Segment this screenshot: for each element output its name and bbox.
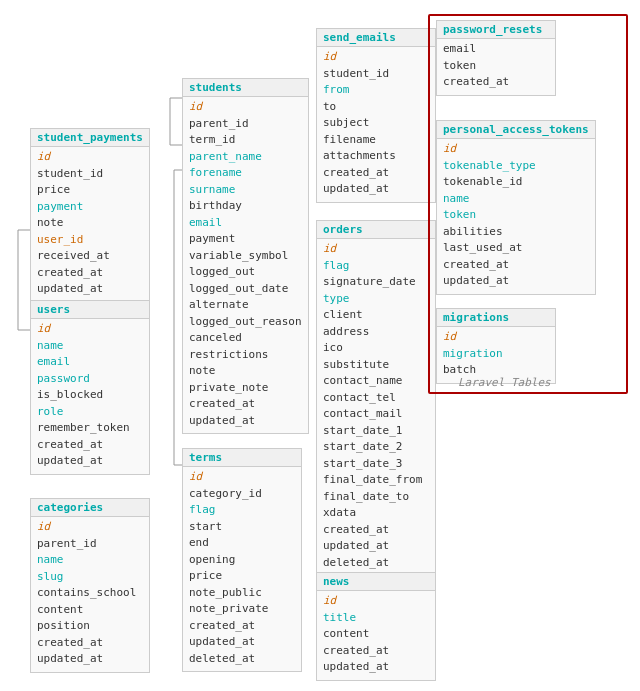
field-updated_at: updated_at — [323, 659, 429, 676]
field-created_at: created_at — [189, 618, 295, 635]
field-created_at: created_at — [323, 522, 429, 539]
field-id: id — [323, 241, 429, 258]
field-updated_at: updated_at — [323, 181, 429, 198]
field-content: content — [37, 602, 143, 619]
field-attachments: attachments — [323, 148, 429, 165]
table-students: studentsidparent_idterm_idparent_namefor… — [182, 78, 309, 434]
laravel-label: Laravel Tables — [458, 376, 551, 389]
field-slug: slug — [37, 569, 143, 586]
field-id: id — [189, 99, 302, 116]
field-parent_id: parent_id — [189, 116, 302, 133]
field-surname: surname — [189, 182, 302, 199]
field-private_note: private_note — [189, 380, 302, 397]
field-updated_at: updated_at — [37, 453, 143, 470]
field-signature_date: signature_date — [323, 274, 429, 291]
highlight-region — [428, 14, 628, 394]
field-contact_mail: contact_mail — [323, 406, 429, 423]
field-updated_at: updated_at — [323, 538, 429, 555]
table-name-users: users — [31, 301, 149, 319]
field-restrictions: restrictions — [189, 347, 302, 364]
field-user_id: user_id — [37, 232, 143, 249]
field-deleted_at: deleted_at — [189, 651, 295, 668]
field-address: address — [323, 324, 429, 341]
field-id: id — [37, 519, 143, 536]
field-logged_out_date: logged_out_date — [189, 281, 302, 298]
field-title: title — [323, 610, 429, 627]
field-end: end — [189, 535, 295, 552]
table-news: newsidtitlecontentcreated_atupdated_at — [316, 572, 436, 681]
field-from: from — [323, 82, 429, 99]
field-created_at: created_at — [323, 643, 429, 660]
field-price: price — [37, 182, 143, 199]
field-note_private: note_private — [189, 601, 295, 618]
table-name-send_emails: send_emails — [317, 29, 435, 47]
field-substitute: substitute — [323, 357, 429, 374]
field-updated_at: updated_at — [189, 413, 302, 430]
field-client: client — [323, 307, 429, 324]
field-final_date_to: final_date_to — [323, 489, 429, 506]
diagram: send_emailsidstudent_idfromtosubjectfile… — [0, 0, 640, 691]
field-variable_symbol: variable_symbol — [189, 248, 302, 265]
field-content: content — [323, 626, 429, 643]
field-start: start — [189, 519, 295, 536]
field-start_date_1: start_date_1 — [323, 423, 429, 440]
field-contact_name: contact_name — [323, 373, 429, 390]
field-to: to — [323, 99, 429, 116]
field-term_id: term_id — [189, 132, 302, 149]
field-created_at: created_at — [189, 396, 302, 413]
field-logged_out_reason: logged_out_reason — [189, 314, 302, 331]
field-is_blocked: is_blocked — [37, 387, 143, 404]
field-start_date_2: start_date_2 — [323, 439, 429, 456]
field-updated_at: updated_at — [37, 651, 143, 668]
field-deleted_at: deleted_at — [323, 555, 429, 572]
field-category_id: category_id — [189, 486, 295, 503]
field-final_date_from: final_date_from — [323, 472, 429, 489]
field-updated_at: updated_at — [189, 634, 295, 651]
table-name-categories: categories — [31, 499, 149, 517]
field-subject: subject — [323, 115, 429, 132]
table-name-students: students — [183, 79, 308, 97]
table-student_payments: student_paymentsidstudent_idpricepayment… — [30, 128, 150, 303]
field-canceled: canceled — [189, 330, 302, 347]
field-alternate: alternate — [189, 297, 302, 314]
field-parent_id: parent_id — [37, 536, 143, 553]
field-contact_tel: contact_tel — [323, 390, 429, 407]
table-name-terms: terms — [183, 449, 301, 467]
field-email: email — [37, 354, 143, 371]
field-flag: flag — [323, 258, 429, 275]
field-id: id — [323, 593, 429, 610]
field-ico: ico — [323, 340, 429, 357]
field-student_id: student_id — [37, 166, 143, 183]
field-created_at: created_at — [37, 635, 143, 652]
field-start_date_3: start_date_3 — [323, 456, 429, 473]
table-users: usersidnameemailpasswordis_blockedrolere… — [30, 300, 150, 475]
field-created_at: created_at — [37, 437, 143, 454]
field-note: note — [37, 215, 143, 232]
field-forename: forename — [189, 165, 302, 182]
field-filename: filename — [323, 132, 429, 149]
field-email: email — [189, 215, 302, 232]
field-id: id — [37, 321, 143, 338]
field-remember_token: remember_token — [37, 420, 143, 437]
field-parent_name: parent_name — [189, 149, 302, 166]
field-updated_at: updated_at — [37, 281, 143, 298]
field-id: id — [37, 149, 143, 166]
field-name: name — [37, 338, 143, 355]
table-orders: ordersidflagsignature_datetypeclientaddr… — [316, 220, 436, 576]
field-id: id — [189, 469, 295, 486]
field-xdata: xdata — [323, 505, 429, 522]
field-created_at: created_at — [37, 265, 143, 282]
table-name-news: news — [317, 573, 435, 591]
table-categories: categoriesidparent_idnameslugcontains_sc… — [30, 498, 150, 673]
field-payment: payment — [189, 231, 302, 248]
table-terms: termsidcategory_idflagstartendopeningpri… — [182, 448, 302, 672]
field-password: password — [37, 371, 143, 388]
field-student_id: student_id — [323, 66, 429, 83]
table-name-student_payments: student_payments — [31, 129, 149, 147]
table-send_emails: send_emailsidstudent_idfromtosubjectfile… — [316, 28, 436, 203]
field-flag: flag — [189, 502, 295, 519]
field-position: position — [37, 618, 143, 635]
field-birthday: birthday — [189, 198, 302, 215]
field-created_at: created_at — [323, 165, 429, 182]
field-role: role — [37, 404, 143, 421]
